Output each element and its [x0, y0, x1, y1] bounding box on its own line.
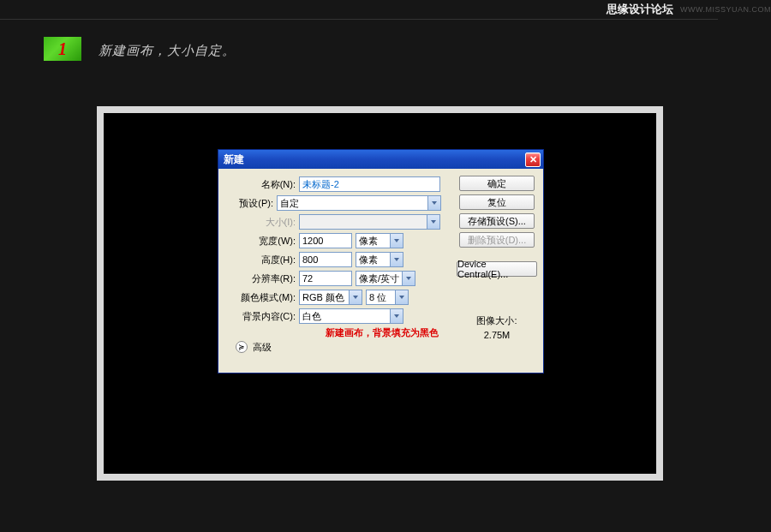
height-unit-select[interactable]: 像素: [356, 252, 403, 267]
advanced-label: 高级: [253, 341, 272, 354]
resolution-label: 分辨率(R):: [218, 272, 296, 285]
width-unit-select[interactable]: 像素: [356, 233, 403, 248]
width-unit: 像素: [359, 235, 378, 248]
name-input[interactable]: [299, 176, 440, 192]
chevron-down-icon: [390, 234, 403, 248]
chevron-down-icon: [390, 309, 403, 323]
divider: [0, 19, 718, 20]
preset-select[interactable]: 自定: [277, 195, 441, 211]
resolution-unit-select[interactable]: 像素/英寸: [356, 271, 415, 286]
chevron-down-icon: [402, 272, 415, 285]
device-central-button[interactable]: Device Central(E)...: [457, 261, 537, 277]
name-label: 名称(N):: [218, 178, 296, 191]
new-dialog: 新建 ✕ 名称(N): 预设(P): 自定 大小(I):: [218, 149, 544, 374]
height-unit: 像素: [359, 254, 378, 266]
dialog-body: 名称(N): 预设(P): 自定 大小(I):: [218, 169, 543, 373]
bg-value: 白色: [302, 310, 321, 323]
dialog-title: 新建: [224, 152, 244, 167]
width-label: 宽度(W):: [218, 235, 296, 248]
colormode-label: 颜色模式(M):: [218, 291, 296, 304]
chevron-down-icon: [390, 253, 403, 266]
screenshot-frame: 新建 ✕ 名称(N): 预设(P): 自定 大小(I):: [97, 106, 663, 481]
step-description: 新建画布，大小自定。: [99, 43, 236, 59]
preset-label: 预设(P):: [218, 197, 273, 210]
site-url: WWW.MISSYUAN.COM: [680, 5, 771, 14]
chevron-down-icon: [395, 290, 408, 304]
chevron-down-icon: [349, 290, 362, 304]
page-header: 思缘设计论坛 WWW.MISSYUAN.COM: [607, 2, 771, 17]
preset-value: 自定: [280, 197, 299, 210]
height-input[interactable]: [299, 252, 352, 267]
site-title: 思缘设计论坛: [607, 2, 673, 17]
close-button[interactable]: ✕: [525, 152, 541, 167]
expand-button[interactable]: ≽: [236, 341, 248, 353]
save-preset-button[interactable]: 存储预设(S)...: [459, 213, 535, 229]
image-size-value: 2.75M: [459, 330, 535, 340]
bits-value: 8 位: [369, 291, 386, 304]
step-number: 1: [58, 39, 67, 59]
height-label: 高度(H):: [218, 254, 296, 266]
colormode-value: RGB 颜色: [302, 291, 344, 304]
delete-preset-button: 删除预设(D)...: [459, 232, 535, 248]
bits-select[interactable]: 8 位: [366, 290, 409, 305]
chevron-down-icon: [427, 196, 440, 210]
titlebar[interactable]: 新建 ✕: [218, 150, 543, 169]
ok-button[interactable]: 确定: [459, 176, 535, 191]
size-select: [299, 214, 440, 230]
bg-label: 背景内容(C):: [218, 310, 296, 323]
step-badge: 1: [44, 37, 81, 61]
canvas-area: 新建 ✕ 名称(N): 预设(P): 自定 大小(I):: [104, 113, 656, 474]
reset-button[interactable]: 复位: [459, 194, 535, 210]
resolution-input[interactable]: [299, 271, 352, 286]
image-size-label: 图像大小:: [459, 314, 535, 327]
size-label: 大小(I):: [218, 216, 296, 229]
chevron-down-icon: [427, 215, 439, 229]
width-input[interactable]: [299, 233, 352, 248]
annotation-note: 新建画布，背景填充为黑色: [326, 326, 439, 339]
resolution-unit: 像素/英寸: [359, 272, 399, 285]
bg-select[interactable]: 白色: [299, 308, 403, 324]
colormode-select[interactable]: RGB 颜色: [299, 290, 362, 305]
